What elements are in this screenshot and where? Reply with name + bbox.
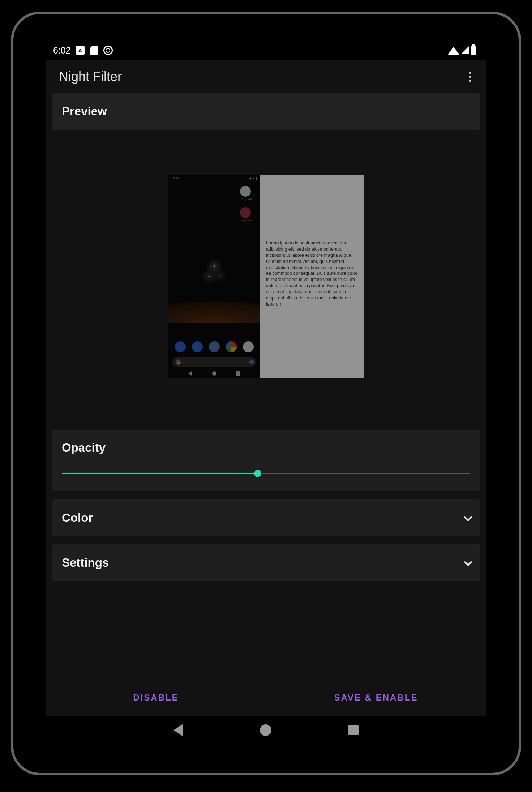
sdcard-icon	[90, 46, 98, 55]
mini-dock-camera-icon	[243, 341, 254, 352]
status-bar: 6:02 A	[46, 40, 486, 60]
mini-star-main	[214, 265, 215, 267]
settings-section[interactable]: Settings	[52, 544, 480, 581]
status-time: 6:02	[53, 45, 71, 56]
mini-nav-bar	[168, 370, 260, 378]
mini-dock-messages-icon	[192, 341, 203, 352]
mini-app-label-voice: Easy Voi…	[240, 197, 255, 201]
mini-back-icon	[188, 371, 192, 376]
preview-section-header: Preview	[52, 93, 480, 130]
slider-thumb[interactable]	[254, 470, 261, 477]
preview-pair: 12:22 ◈ ▾ ▮ Easy Voi… Easy Mo	[168, 175, 364, 378]
mini-dock-chrome-icon	[226, 341, 237, 352]
opacity-slider[interactable]	[62, 470, 470, 476]
overflow-menu-button[interactable]	[463, 69, 477, 84]
mini-home-icon	[212, 371, 216, 376]
system-nav-bar	[46, 716, 486, 745]
mini-app-label-mode: Easy Mo…	[240, 219, 255, 222]
preview-body: 12:22 ◈ ▾ ▮ Easy Voi… Easy Mo	[52, 130, 480, 430]
mini-status-time: 12:22	[171, 176, 180, 180]
mini-app-icon-voice	[240, 186, 251, 197]
preview-section-title: Preview	[52, 93, 480, 130]
bottom-action-bar: DISABLE SAVE & ENABLE	[46, 680, 486, 716]
cell-icon	[461, 46, 469, 54]
nav-home-button[interactable]	[260, 724, 271, 736]
opacity-section-title: Opacity	[62, 441, 470, 455]
mini-dock-play-icon	[209, 341, 220, 352]
settings-section-title: Settings	[62, 556, 109, 570]
battery-icon	[471, 46, 476, 55]
app-bar: Night Filter	[46, 60, 486, 93]
assistant-icon	[249, 360, 253, 364]
nav-recent-button[interactable]	[348, 725, 359, 735]
mini-horizon	[168, 280, 260, 323]
mini-dock	[172, 341, 257, 352]
status-bar-left: 6:02 A	[53, 45, 113, 56]
content-scroll[interactable]: Preview 12:22 ◈ ▾ ▮	[46, 93, 486, 680]
status-bar-right	[449, 46, 476, 55]
slider-fill	[62, 473, 258, 474]
chevron-down-icon	[464, 558, 472, 566]
tablet-frame: 6:02 A Night Filter P	[11, 12, 521, 775]
mini-star-2	[219, 275, 220, 276]
screen: 6:02 A Night Filter P	[46, 40, 486, 745]
chevron-down-icon	[464, 513, 472, 521]
color-section-title: Color	[62, 511, 93, 525]
save-enable-button[interactable]: SAVE & ENABLE	[266, 680, 486, 716]
mini-status-icons: ◈ ▾ ▮	[249, 176, 257, 180]
color-section[interactable]: Color	[52, 499, 480, 536]
app-area: Night Filter Preview 12:22 ◈	[46, 60, 486, 716]
a-icon: A	[76, 46, 85, 55]
preview-phone-mock: 12:22 ◈ ▾ ▮ Easy Voi… Easy Mo	[168, 175, 260, 378]
nav-back-button[interactable]	[173, 724, 183, 736]
preview-text-panel: Lorem ipsum dolor sit amet, consectetur …	[260, 175, 364, 378]
mini-recent-icon	[236, 371, 240, 376]
opacity-section: Opacity	[52, 430, 480, 491]
mini-star-1	[208, 276, 210, 277]
preview-lorem-text: Lorem ipsum dolor sit amet, consectetur …	[266, 240, 358, 307]
google-g-icon	[176, 359, 181, 365]
sync-off-icon	[103, 46, 113, 55]
mini-dock-phone-icon	[175, 341, 186, 352]
app-title: Night Filter	[59, 69, 122, 84]
mini-app-icon-mode	[240, 207, 251, 218]
disable-button[interactable]: DISABLE	[46, 680, 266, 716]
more-vert-icon	[469, 72, 471, 82]
wifi-icon	[448, 47, 459, 55]
mini-search-bar	[173, 357, 256, 367]
